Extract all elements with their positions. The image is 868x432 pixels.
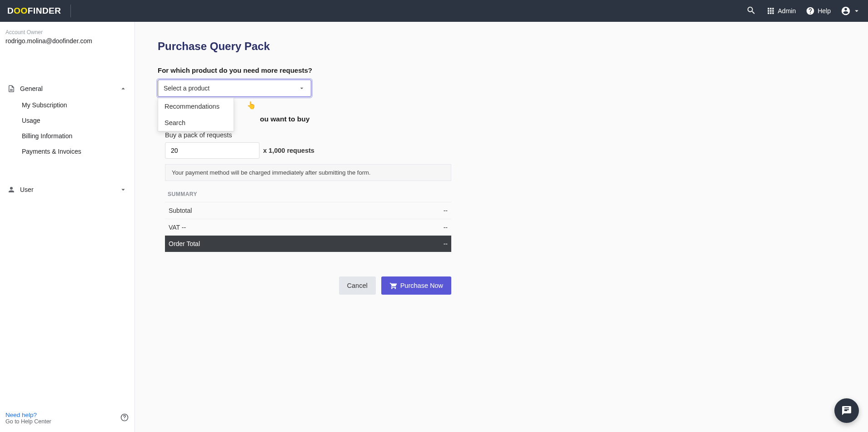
chat-fab[interactable] [834,398,859,423]
brand-pre: D [7,6,14,16]
brand-post: FINDER [28,6,61,16]
vat-value: -- [444,224,448,231]
help-circle-icon [120,413,129,422]
help-icon [806,6,815,15]
chevron-down-icon [853,7,861,15]
subtotal-value: -- [444,207,448,214]
nav-header-general[interactable]: General [4,80,131,97]
sidebar-item-my-subscription[interactable]: My Subscription [18,97,131,113]
search-icon [746,5,756,15]
summary-row-total: Order Total -- [165,236,451,252]
product-select-wrap: Select a product Recommendations Search [158,80,311,97]
product-select[interactable]: Select a product [158,80,311,97]
pack-label: Buy a pack of requests [165,131,460,139]
account-icon [841,6,851,16]
topbar: DOOFINDER Admin Help [0,0,868,22]
brand-logo[interactable]: DOOFINDER [7,6,61,16]
quantity-input[interactable] [165,142,259,159]
account-owner-block: Account Owner rodrigo.molina@doofinder.c… [3,25,132,53]
subtotal-label: Subtotal [169,207,192,214]
admin-link[interactable]: Admin [766,6,796,15]
sidebar-footer: Need help? Go to Help Center [3,408,132,429]
apps-icon [766,6,775,15]
summary-row-subtotal: Subtotal -- [165,202,451,219]
purchase-button[interactable]: Purchase Now [381,276,451,295]
payment-info-box: Your payment method will be charged imme… [165,164,451,181]
cart-icon [389,281,398,290]
action-buttons: Cancel Purchase Now [165,276,460,295]
chevron-down-icon [298,85,305,92]
layout: Account Owner rodrigo.molina@doofinder.c… [0,22,868,432]
main-content: Purchase Query Pack For which product do… [135,22,868,432]
qty-row: x 1,000 requests [165,142,460,159]
product-question-label: For which product do you need more reque… [158,66,868,74]
admin-label: Admin [778,7,796,15]
account-menu[interactable] [841,6,861,16]
account-owner-email: rodrigo.molina@doofinder.com [5,37,129,45]
need-help-sub: Go to Help Center [5,418,120,425]
sidebar-item-usage[interactable]: Usage [18,113,131,128]
total-label: Order Total [169,240,200,247]
document-icon [7,85,15,93]
chevron-down-icon [119,186,127,194]
help-link[interactable]: Help [806,6,831,15]
nav-user-label: User [20,186,119,193]
summary-title: SUMMARY [165,191,460,197]
nav-general-label: General [20,85,119,92]
sidebar-item-billing-information[interactable]: Billing Information [18,128,131,144]
nav-header-user[interactable]: User [4,181,131,198]
product-dropdown: Recommendations Search [158,98,234,131]
nav-section-general: General My Subscription Usage Billing In… [3,80,132,159]
account-owner-label: Account Owner [5,29,129,35]
purchase-card: Buy a pack of requests x 1,000 requests … [165,131,460,295]
svg-point-1 [124,419,125,419]
cancel-label: Cancel [347,282,368,289]
page-title: Purchase Query Pack [158,40,868,53]
brand-oo: OO [14,6,28,16]
chat-icon [841,405,852,416]
topbar-right: Admin Help [746,5,861,17]
search-button[interactable] [746,5,756,17]
user-icon [7,186,15,194]
dropdown-option-search[interactable]: Search [158,115,234,131]
sidebar-item-payments-invoices[interactable]: Payments & Invoices [18,144,131,159]
logo-divider [70,5,71,17]
total-value: -- [444,240,448,247]
chevron-up-icon [119,85,127,93]
product-select-placeholder: Select a product [164,85,210,92]
purchase-label: Purchase Now [400,282,443,289]
nav-children-general: My Subscription Usage Billing Informatio… [4,97,131,159]
help-label: Help [818,7,831,15]
dropdown-option-recommendations[interactable]: Recommendations [158,98,234,115]
how-many-label: ou want to buy [260,115,868,123]
qty-suffix: x 1,000 requests [263,147,314,154]
vat-label: VAT -- [169,224,186,231]
need-help-link[interactable]: Need help? Go to Help Center [5,412,120,425]
cancel-button[interactable]: Cancel [339,276,376,295]
help-center-icon-button[interactable] [120,413,129,423]
need-help-title: Need help? [5,412,120,418]
sidebar: Account Owner rodrigo.molina@doofinder.c… [0,22,135,432]
summary-row-vat: VAT -- -- [165,219,451,236]
nav-section-user: User [3,181,132,198]
